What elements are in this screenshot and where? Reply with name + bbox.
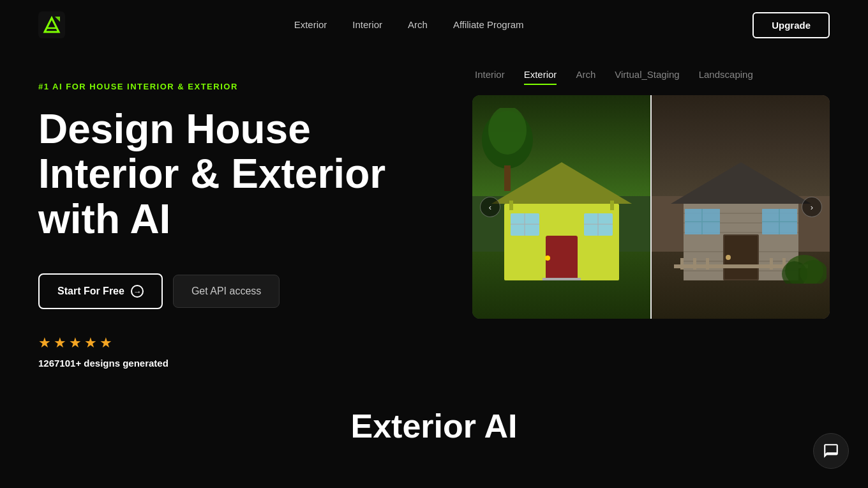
hero-title: Design House Interior & Exterior with AI: [38, 107, 434, 241]
star-1: ★: [38, 335, 51, 351]
tab-virtual-staging[interactable]: Virtual_Staging: [615, 69, 679, 85]
svg-rect-40: [706, 258, 709, 270]
tab-interior[interactable]: Interior: [475, 69, 505, 85]
nav-affiliate[interactable]: Affiliate Program: [453, 19, 524, 31]
logo-area[interactable]: [38, 11, 65, 38]
tree-left-svg: [479, 108, 536, 191]
exterior-ai-title: Exterior AI: [38, 407, 830, 445]
nav-interior[interactable]: Interior: [352, 19, 382, 31]
chat-bubble-button[interactable]: [813, 433, 849, 469]
svg-point-7: [545, 255, 550, 261]
svg-rect-16: [610, 201, 614, 210]
star-2: ★: [54, 335, 66, 351]
hero-tagline: #1 AI FOR HOUSE INTERIOR & EXTERIOR: [38, 82, 434, 91]
tab-landscaping[interactable]: Landscaping: [699, 69, 753, 85]
tab-exterior[interactable]: Exterior: [524, 69, 557, 85]
tab-arch[interactable]: Arch: [576, 69, 595, 85]
svg-rect-41: [770, 258, 773, 270]
navbar: Exterior Interior Arch Affiliate Program…: [0, 0, 868, 50]
nav-exterior[interactable]: Exterior: [294, 19, 327, 31]
star-5: ★: [100, 335, 112, 351]
hero-section: #1 AI FOR HOUSE INTERIOR & EXTERIOR Desi…: [0, 50, 868, 394]
next-arrow-button[interactable]: ›: [802, 197, 822, 217]
nav-links: Exterior Interior Arch Affiliate Program: [294, 19, 524, 31]
svg-rect-38: [680, 258, 684, 270]
chat-icon: [823, 443, 839, 459]
image-tabs: Interior Exterior Arch Virtual_Staging L…: [472, 69, 753, 85]
svg-point-30: [726, 255, 731, 260]
logo-icon: [38, 11, 65, 38]
api-access-button[interactable]: Get API access: [173, 275, 280, 308]
image-divider: [650, 95, 652, 319]
svg-marker-27: [671, 162, 811, 204]
upgrade-button[interactable]: Upgrade: [752, 12, 830, 38]
hero-buttons: Start For Free → Get API access: [38, 273, 434, 309]
star-3: ★: [69, 335, 82, 351]
house-image-container: ‹ ›: [472, 95, 830, 319]
nav-arch[interactable]: Arch: [408, 19, 428, 31]
svg-rect-39: [693, 258, 696, 270]
bottom-section: Exterior AI: [0, 394, 868, 464]
prev-arrow-button[interactable]: ‹: [480, 197, 500, 217]
svg-rect-0: [38, 11, 65, 38]
svg-point-18: [488, 108, 527, 155]
designs-count: 1267101+ designs generated: [38, 358, 434, 369]
svg-rect-19: [504, 165, 511, 191]
svg-rect-6: [546, 236, 578, 280]
arrow-right-icon: →: [131, 285, 144, 298]
stars-row: ★ ★ ★ ★ ★: [38, 335, 434, 351]
hero-left: #1 AI FOR HOUSE INTERIOR & EXTERIOR Desi…: [38, 69, 434, 369]
svg-rect-14: [542, 278, 581, 280]
hero-right: Interior Exterior Arch Virtual_Staging L…: [472, 69, 830, 319]
start-free-button[interactable]: Start For Free →: [38, 273, 163, 309]
star-4: ★: [84, 335, 97, 351]
svg-rect-15: [509, 201, 513, 210]
bush-right-svg: [782, 248, 827, 284]
